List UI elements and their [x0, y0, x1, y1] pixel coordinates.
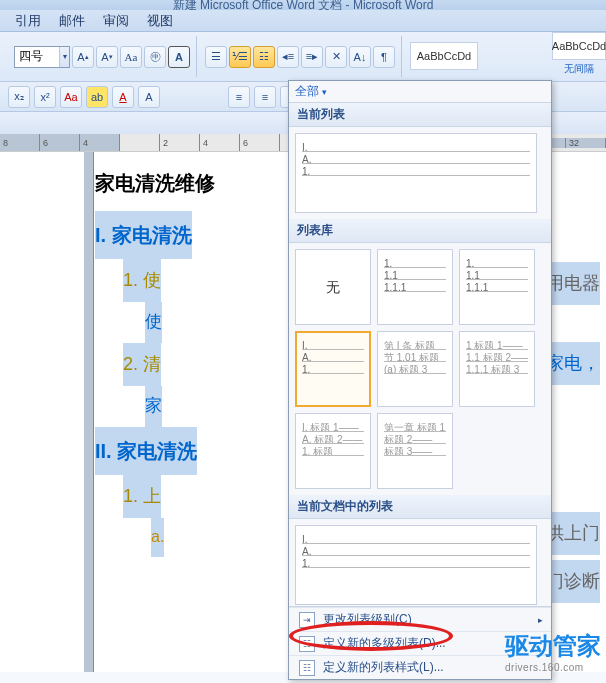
doc-fragment: 供上门	[546, 512, 600, 555]
align-left-button[interactable]: ≡	[228, 86, 250, 108]
filter-all-link[interactable]: 全部	[295, 83, 327, 100]
tab-mailings[interactable]: 邮件	[59, 10, 85, 31]
decrease-indent-button[interactable]: ◂≡	[277, 46, 299, 68]
list-item[interactable]: 1. 1.1 1.1.1	[377, 249, 453, 325]
indoc-list-preview[interactable]: I. A. 1.	[295, 525, 537, 605]
ruler-mark: 6	[40, 134, 80, 151]
list-filter[interactable]: 全部	[289, 81, 551, 103]
doc-heading-3[interactable]: a.	[151, 518, 164, 556]
tab-references[interactable]: 引用	[15, 10, 41, 31]
style-no-spacing[interactable]: AaBbCcDd	[552, 32, 606, 60]
char-border-button[interactable]: A	[168, 46, 190, 68]
watermark-logo: 驱动管家 drivers.160.com	[505, 630, 601, 673]
doc-body[interactable]: 家	[145, 386, 162, 427]
text-effects-button[interactable]: Aa	[60, 86, 82, 108]
style-icon: ☷	[299, 660, 315, 676]
indent-icon: ⇥	[299, 612, 315, 628]
doc-heading-2[interactable]: 1. 使	[123, 259, 161, 302]
asian-layout-button[interactable]: ✕	[325, 46, 347, 68]
sort-button[interactable]: A↓	[349, 46, 371, 68]
tab-view[interactable]: 视图	[147, 10, 173, 31]
list-icon: ☷	[299, 636, 315, 652]
section-lists-in-doc: 当前文档中的列表	[289, 495, 551, 519]
ruler-mark: 6	[240, 134, 280, 151]
styles-pane: AaBbCcDd 无间隔	[552, 32, 606, 112]
vertical-ruler[interactable]	[84, 152, 94, 672]
change-list-level-cmd[interactable]: ⇥ 更改列表级别(C) ▸	[289, 607, 551, 631]
highlight-button[interactable]: ab	[86, 86, 108, 108]
current-list-preview[interactable]: I. A. 1.	[295, 133, 537, 213]
list-item[interactable]: 1 标题 1—— 1.1 标题 2—— 1.1.1 标题 3	[459, 331, 535, 407]
section-current-list: 当前列表	[289, 103, 551, 127]
list-item[interactable]: I. 标题 1—— A. 标题 2—— 1. 标题	[295, 413, 371, 489]
ribbon-tabs: 引用 邮件 审阅 视图	[0, 10, 606, 32]
doc-fragment: 门诊断	[546, 560, 600, 603]
increase-indent-button[interactable]: ≡▸	[301, 46, 323, 68]
ruler-mark: 4	[80, 134, 120, 151]
doc-heading-1[interactable]: I. 家电清洗	[95, 211, 192, 259]
style-normal[interactable]: AaBbCcDd	[410, 42, 478, 70]
multilevel-list-button[interactable]: ☷	[253, 46, 275, 68]
ruler-mark	[120, 134, 160, 151]
multilevel-list-dropdown: 全部 当前列表 I. A. 1. 列表库 无 1. 1.1 1.1.1 1. 1…	[288, 80, 552, 680]
superscript-button[interactable]: x²	[34, 86, 56, 108]
shrink-font-button[interactable]: A▾	[96, 46, 118, 68]
subscript-button[interactable]: x₂	[8, 86, 30, 108]
ruler-mark: 32	[566, 138, 606, 148]
change-case-button[interactable]: Aa	[120, 46, 142, 68]
numbering-button[interactable]: ⅟☰	[229, 46, 251, 68]
show-marks-button[interactable]: ¶	[373, 46, 395, 68]
list-item-selected[interactable]: I. A. 1.	[295, 331, 371, 407]
phonetic-button[interactable]: ㊥	[144, 46, 166, 68]
doc-heading-1[interactable]: II. 家电清洗	[95, 427, 197, 475]
grow-font-button[interactable]: A▴	[72, 46, 94, 68]
list-item[interactable]: 第 I 条 标题 节 1.01 标题 (a) 标题 3	[377, 331, 453, 407]
ribbon: 四号▾ A▴ A▾ Aa ㊥ A ☰ ⅟☰ ☷ ◂≡ ≡▸ ✕ A↓ ¶ AaB…	[0, 32, 606, 82]
align-center-button[interactable]: ≡	[254, 86, 276, 108]
doc-fragment: 家电，	[546, 342, 600, 385]
window-title: 新建 Microsoft Office Word 文档 - Microsoft …	[0, 0, 606, 10]
ruler-mark: 2	[160, 134, 200, 151]
tab-review[interactable]: 审阅	[103, 10, 129, 31]
doc-body[interactable]: 使	[145, 302, 162, 343]
section-list-library: 列表库	[289, 219, 551, 243]
list-item[interactable]: 1. 1.1 1.1.1	[459, 249, 535, 325]
style-label: 无间隔	[552, 62, 606, 76]
char-shading-button[interactable]: A	[138, 86, 160, 108]
list-item[interactable]: 第一章 标题 1 标题 2—— 标题 3——	[377, 413, 453, 489]
doc-fragment: 用电器	[546, 262, 600, 305]
doc-heading-2[interactable]: 2. 清	[123, 343, 161, 386]
font-color-button[interactable]: A	[112, 86, 134, 108]
list-item-none[interactable]: 无	[295, 249, 371, 325]
ruler-mark: 4	[200, 134, 240, 151]
bullets-button[interactable]: ☰	[205, 46, 227, 68]
doc-heading-2[interactable]: 1. 上	[123, 475, 161, 518]
font-size-select[interactable]: 四号▾	[14, 46, 70, 68]
ruler-mark: 8	[0, 134, 40, 151]
